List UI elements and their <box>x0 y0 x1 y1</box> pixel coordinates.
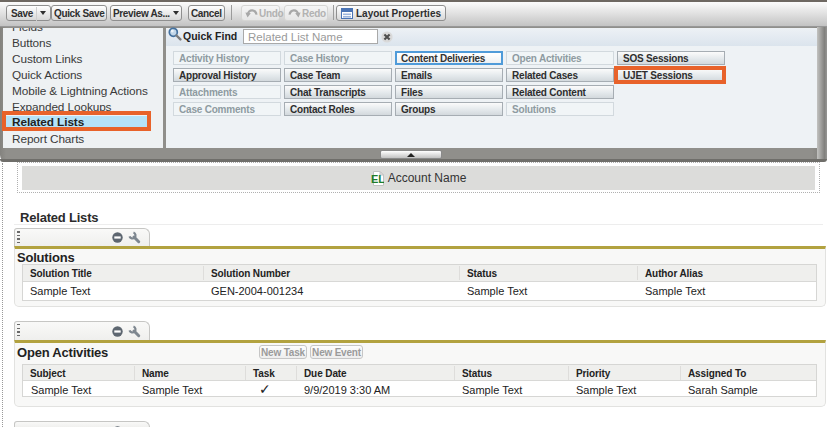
svg-text:EL: EL <box>371 173 384 185</box>
